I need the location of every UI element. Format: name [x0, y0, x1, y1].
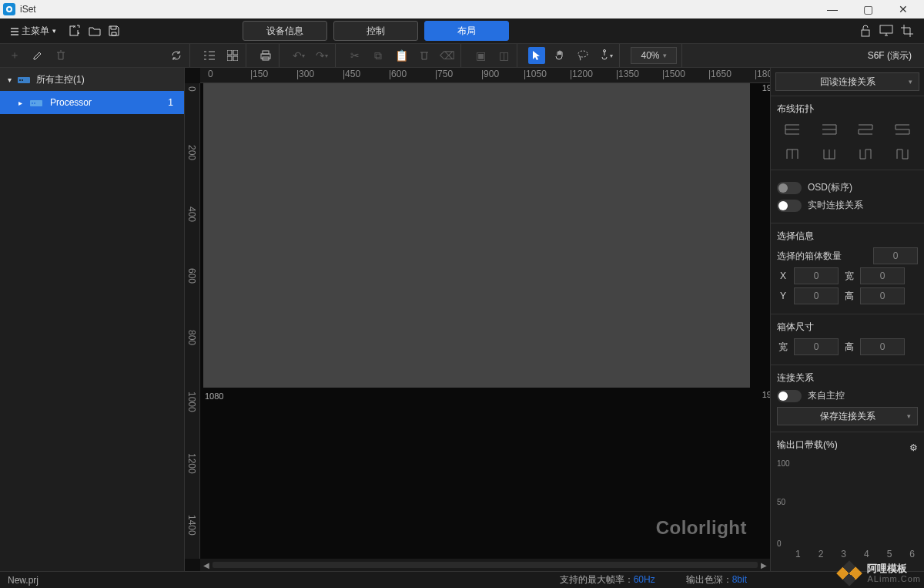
- tree-item-count: 1: [168, 97, 173, 108]
- gear-icon[interactable]: ⚙: [909, 438, 918, 456]
- grid-icon[interactable]: [224, 47, 241, 64]
- zoom-select[interactable]: 40%▾: [631, 47, 677, 64]
- toolbar: ＋ ↶▾ ↷▾ ✂ ⧉ 📋 ⌫ ▣ ◫ ▾ 40%▾ S6F (演示): [0, 43, 924, 68]
- svg-rect-5: [862, 30, 869, 36]
- refresh-icon[interactable]: [168, 47, 185, 64]
- read-connection-dropdown[interactable]: 回读连接关系▾: [775, 72, 919, 91]
- maximize-button[interactable]: ▢: [850, 3, 886, 15]
- topo-preset-4[interactable]: [887, 120, 918, 139]
- edit-icon[interactable]: [29, 47, 46, 64]
- h-label: 高: [843, 290, 855, 303]
- topo-preset-6[interactable]: [814, 145, 845, 163]
- open-folder-icon[interactable]: [89, 25, 101, 36]
- scrollbar-vertical[interactable]: [759, 83, 770, 559]
- collapse-icon: ▾: [8, 76, 12, 84]
- svg-point-14: [578, 51, 588, 57]
- realtime-label: 实时连接关系: [808, 199, 863, 212]
- bandwidth-chart: 100 50 0 123456: [777, 459, 918, 559]
- window-title: iSet: [20, 4, 36, 15]
- unlock-icon[interactable]: [859, 25, 872, 37]
- minimize-button[interactable]: —: [815, 3, 850, 15]
- lasso-tool-icon[interactable]: [574, 47, 591, 64]
- y-input[interactable]: 0: [794, 287, 839, 304]
- main-menu-button[interactable]: 主菜单 ▾: [6, 22, 61, 41]
- page-watermark: 阿哩模板ALimm.Com: [836, 560, 921, 586]
- tab-control[interactable]: 控制: [333, 21, 418, 41]
- scroll-right-icon[interactable]: ▶: [758, 561, 770, 570]
- print-icon[interactable]: [257, 47, 274, 64]
- osd-toggle[interactable]: [777, 182, 802, 194]
- svg-point-20: [32, 102, 33, 104]
- topo-preset-3[interactable]: [851, 120, 882, 139]
- realtime-toggle[interactable]: [777, 200, 802, 212]
- svg-rect-6: [880, 25, 892, 33]
- h-input[interactable]: 0: [860, 287, 905, 304]
- new-project-icon[interactable]: [69, 25, 81, 37]
- from-master-label: 来自主控: [808, 389, 845, 402]
- tree-item-label: Processor: [50, 97, 92, 108]
- statusbar: New.prj 支持的最大帧率：60Hz 输出色深：8bit: [0, 571, 924, 588]
- delete-icon[interactable]: [416, 47, 433, 64]
- tab-layout[interactable]: 布局: [424, 21, 509, 41]
- ungroup-icon[interactable]: ◫: [495, 47, 512, 64]
- ruler-horizontal: 0|150|300|450|600|750|900|1050|1200|1350…: [200, 68, 770, 83]
- pointer-tool-icon[interactable]: [528, 47, 545, 64]
- sh-input[interactable]: 0: [860, 338, 905, 355]
- save-icon[interactable]: [109, 25, 119, 36]
- crop-icon[interactable]: [901, 25, 913, 37]
- topo-preset-7[interactable]: [851, 145, 882, 163]
- status-depth-value: 8bit: [732, 574, 747, 585]
- list-icon[interactable]: [201, 47, 218, 64]
- y-label: Y: [777, 291, 789, 301]
- trash-icon[interactable]: [52, 47, 69, 64]
- redo-icon[interactable]: ↷▾: [313, 47, 330, 64]
- svg-point-21: [34, 102, 35, 104]
- status-rate-label: 支持的最大帧率：: [560, 574, 634, 585]
- close-button[interactable]: ✕: [886, 3, 921, 15]
- brand-watermark: Colorlight: [656, 517, 747, 539]
- right-panel: 回读连接关系▾ 布线拓扑 OSD(标序) 实时连接关系: [770, 68, 924, 571]
- touch-tool-icon[interactable]: ▾: [598, 47, 614, 64]
- canvas-screen-rect[interactable]: [203, 83, 750, 388]
- tree-header[interactable]: ▾ 所有主控(1): [0, 68, 184, 91]
- topo-preset-1[interactable]: [777, 120, 808, 139]
- sel-count-label: 选择的箱体数量: [777, 250, 869, 263]
- paste-icon[interactable]: 📋: [393, 47, 410, 64]
- main-menu-label: 主菜单: [22, 25, 49, 38]
- tab-device-info[interactable]: 设备信息: [243, 21, 327, 41]
- from-master-toggle[interactable]: [777, 390, 802, 402]
- scroll-left-icon[interactable]: ◀: [200, 561, 213, 570]
- w-input[interactable]: 0: [860, 267, 905, 284]
- x-input[interactable]: 0: [794, 267, 839, 284]
- canvas[interactable]: 0|150|300|450|600|750|900|1050|1200|1350…: [185, 68, 770, 571]
- chevron-down-icon: ▾: [907, 412, 911, 420]
- copy-icon[interactable]: ⧉: [370, 47, 387, 64]
- add-icon[interactable]: ＋: [6, 47, 23, 64]
- svg-rect-9: [227, 56, 232, 61]
- cut-icon[interactable]: ✂: [346, 47, 363, 64]
- size-title: 箱体尺寸: [777, 321, 918, 334]
- clear-icon[interactable]: ⌫: [439, 47, 456, 64]
- device-label: S6F (演示): [868, 49, 918, 62]
- svg-point-17: [19, 79, 21, 81]
- canvas-height-label: 1080: [205, 391, 223, 401]
- sh-label: 高: [843, 341, 855, 354]
- sw-label: 宽: [777, 341, 789, 354]
- hand-tool-icon[interactable]: [551, 47, 568, 64]
- sw-input[interactable]: 0: [794, 338, 839, 355]
- monitor-icon[interactable]: [879, 25, 893, 37]
- menubar: 主菜单 ▾ 设备信息 控制 布局: [0, 18, 924, 43]
- x-label: X: [777, 270, 789, 281]
- status-filename: New.prj: [8, 575, 38, 586]
- topo-preset-2[interactable]: [814, 120, 845, 139]
- save-connection-dropdown[interactable]: 保存连接关系▾: [777, 407, 918, 425]
- topo-preset-8[interactable]: [887, 145, 918, 163]
- scrollbar-horizontal[interactable]: ◀ ▶: [200, 559, 770, 571]
- tree-item-processor[interactable]: ▸ Processor 1: [0, 91, 184, 114]
- bw-title: 输出口带载(%): [777, 438, 909, 452]
- topo-preset-5[interactable]: [777, 145, 808, 163]
- svg-point-1: [8, 8, 11, 11]
- undo-icon[interactable]: ↶▾: [290, 47, 307, 64]
- group-icon[interactable]: ▣: [472, 47, 489, 64]
- osd-label: OSD(标序): [808, 181, 852, 194]
